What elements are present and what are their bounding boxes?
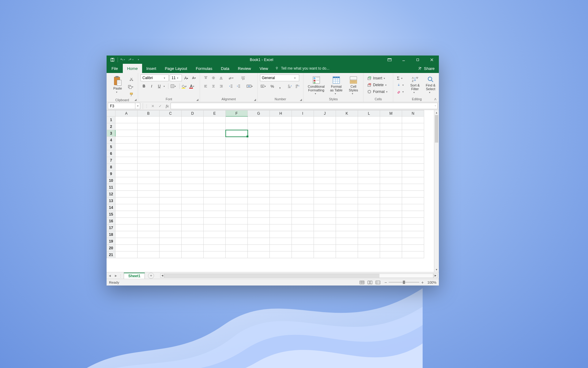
cell-C20[interactable] bbox=[160, 245, 182, 251]
cell-B15[interactable] bbox=[138, 211, 160, 218]
cell-A10[interactable] bbox=[115, 177, 138, 184]
cell-J11[interactable] bbox=[314, 184, 336, 191]
cell-K20[interactable] bbox=[336, 245, 358, 251]
cell-A17[interactable] bbox=[115, 224, 138, 231]
cell-N11[interactable] bbox=[402, 184, 424, 191]
cell-A21[interactable] bbox=[115, 251, 138, 258]
cell-K12[interactable] bbox=[336, 191, 358, 197]
cell-D14[interactable] bbox=[182, 204, 204, 211]
cell-M17[interactable] bbox=[380, 224, 402, 231]
share-button[interactable]: Share bbox=[416, 64, 436, 73]
cell-B7[interactable] bbox=[138, 157, 160, 164]
merge-center-button[interactable]: ▾ bbox=[246, 83, 255, 90]
cell-F15[interactable] bbox=[226, 211, 248, 218]
cell-C2[interactable] bbox=[160, 123, 182, 130]
zoom-slider[interactable] bbox=[389, 282, 419, 283]
tab-home[interactable]: Home bbox=[123, 64, 142, 73]
find-select-button[interactable]: Find & Select▾ bbox=[423, 75, 438, 94]
cell-C17[interactable] bbox=[160, 224, 182, 231]
col-header-N[interactable]: N bbox=[402, 110, 424, 117]
cell-C11[interactable] bbox=[160, 184, 182, 191]
decrease-indent-button[interactable] bbox=[228, 83, 234, 90]
cell-N9[interactable] bbox=[402, 171, 424, 177]
cell-L7[interactable] bbox=[358, 157, 380, 164]
row-header-16[interactable]: 16 bbox=[107, 218, 115, 224]
cell-F19[interactable] bbox=[226, 238, 248, 245]
cell-C9[interactable] bbox=[160, 171, 182, 177]
col-header-H[interactable]: H bbox=[270, 110, 292, 117]
cell-C18[interactable] bbox=[160, 231, 182, 238]
fill-handle[interactable] bbox=[247, 136, 248, 137]
cell-M12[interactable] bbox=[380, 191, 402, 197]
cell-K8[interactable] bbox=[336, 164, 358, 171]
row-header-12[interactable]: 12 bbox=[107, 191, 115, 197]
cell-N16[interactable] bbox=[402, 218, 424, 224]
cell-F7[interactable] bbox=[226, 157, 248, 164]
copy-button[interactable]: ▾ bbox=[127, 83, 135, 90]
cell-C21[interactable] bbox=[160, 251, 182, 258]
cell-M11[interactable] bbox=[380, 184, 402, 191]
cell-N18[interactable] bbox=[402, 231, 424, 238]
cell-N1[interactable] bbox=[402, 117, 424, 123]
cell-A8[interactable] bbox=[115, 164, 138, 171]
cell-K16[interactable] bbox=[336, 218, 358, 224]
cell-A16[interactable] bbox=[115, 218, 138, 224]
cell-H20[interactable] bbox=[270, 245, 292, 251]
tab-page-layout[interactable]: Page Layout bbox=[160, 64, 191, 73]
cell-H5[interactable] bbox=[270, 144, 292, 150]
cell-I3[interactable] bbox=[292, 130, 314, 137]
col-header-D[interactable]: D bbox=[182, 110, 204, 117]
cell-M19[interactable] bbox=[380, 238, 402, 245]
cell-J6[interactable] bbox=[314, 150, 336, 157]
cell-D13[interactable] bbox=[182, 197, 204, 204]
cell-L9[interactable] bbox=[358, 171, 380, 177]
row-header-5[interactable]: 5 bbox=[107, 144, 115, 150]
cell-L14[interactable] bbox=[358, 204, 380, 211]
page-layout-view-button[interactable] bbox=[366, 280, 374, 285]
horizontal-scrollbar[interactable]: ◀ ▶ bbox=[160, 274, 438, 278]
clipboard-launcher[interactable]: ◢ bbox=[134, 98, 137, 101]
cell-H8[interactable] bbox=[270, 164, 292, 171]
align-center-button[interactable] bbox=[210, 83, 217, 90]
cell-H17[interactable] bbox=[270, 224, 292, 231]
cell-N5[interactable] bbox=[402, 144, 424, 150]
cell-K2[interactable] bbox=[336, 123, 358, 130]
cell-C16[interactable] bbox=[160, 218, 182, 224]
cell-E11[interactable] bbox=[204, 184, 226, 191]
fill-button[interactable]: ▾ bbox=[396, 82, 407, 88]
cell-A2[interactable] bbox=[115, 123, 138, 130]
cell-D16[interactable] bbox=[182, 218, 204, 224]
cell-H18[interactable] bbox=[270, 231, 292, 238]
cell-G18[interactable] bbox=[248, 231, 270, 238]
minimize-button[interactable] bbox=[397, 56, 411, 64]
align-top-button[interactable] bbox=[202, 75, 209, 81]
autosum-button[interactable]: Σ▾ bbox=[396, 75, 407, 81]
cell-N10[interactable] bbox=[402, 177, 424, 184]
tell-me[interactable]: Tell me what you want to do... bbox=[272, 64, 332, 73]
cell-N7[interactable] bbox=[402, 157, 424, 164]
cell-E1[interactable] bbox=[204, 117, 226, 123]
cell-E2[interactable] bbox=[204, 123, 226, 130]
cell-K18[interactable] bbox=[336, 231, 358, 238]
cell-F10[interactable] bbox=[226, 177, 248, 184]
cell-L8[interactable] bbox=[358, 164, 380, 171]
cell-D20[interactable] bbox=[182, 245, 204, 251]
scroll-right-button[interactable]: ▶ bbox=[433, 274, 438, 278]
conditional-formatting-button[interactable]: Conditional Formatting▾ bbox=[306, 75, 326, 95]
cell-M10[interactable] bbox=[380, 177, 402, 184]
col-header-C[interactable]: C bbox=[160, 110, 182, 117]
row-header-4[interactable]: 4 bbox=[107, 137, 115, 144]
col-header-F[interactable]: F bbox=[226, 110, 248, 117]
font-name-combo[interactable]: Calibri▾ bbox=[141, 75, 169, 81]
redo-button[interactable]: ▾ bbox=[128, 56, 136, 64]
zoom-in-button[interactable]: + bbox=[421, 280, 424, 285]
cell-G8[interactable] bbox=[248, 164, 270, 171]
cell-D7[interactable] bbox=[182, 157, 204, 164]
cell-D9[interactable] bbox=[182, 171, 204, 177]
cell-H10[interactable] bbox=[270, 177, 292, 184]
next-sheet-button[interactable]: ▶ bbox=[113, 272, 119, 279]
cell-G1[interactable] bbox=[248, 117, 270, 123]
cell-N12[interactable] bbox=[402, 191, 424, 197]
cell-L6[interactable] bbox=[358, 150, 380, 157]
cell-A1[interactable] bbox=[115, 117, 138, 123]
